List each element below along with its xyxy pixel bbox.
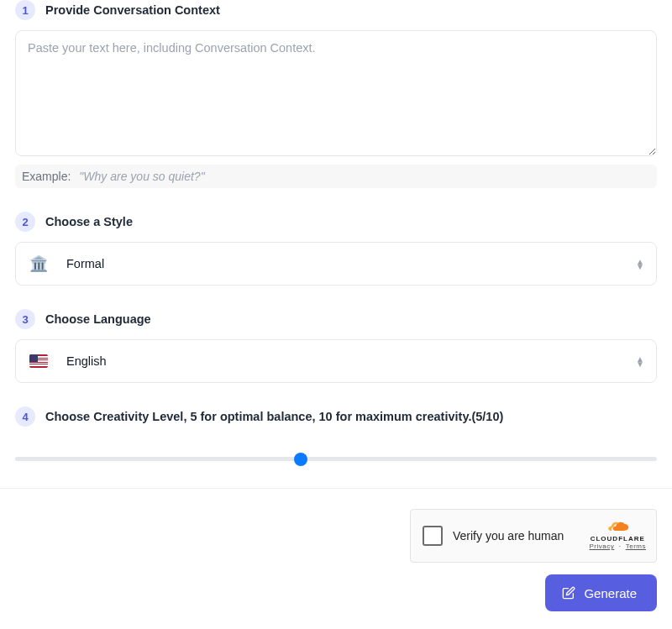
generate-label: Generate — [584, 586, 637, 600]
captcha-brand: CLOUDFLARE Privacy · Terms — [590, 522, 646, 550]
section-header: 1 Provide Conversation Context — [15, 0, 657, 20]
language-value: English — [66, 354, 107, 368]
step-badge-4: 4 — [15, 406, 35, 427]
section-title-language: Choose Language — [45, 312, 151, 326]
flag-us-icon — [29, 352, 48, 370]
captcha-label: Verify you are human — [453, 529, 580, 543]
section-creativity: 4 Choose Creativity Level, 5 for optimal… — [15, 406, 657, 464]
generate-button[interactable]: Generate — [545, 574, 657, 611]
captcha-checkbox[interactable] — [423, 526, 443, 546]
chevron-updown-icon: ▲▼ — [636, 357, 644, 366]
section-style: 2 Choose a Style 🏛️ Formal ▲▼ — [15, 212, 657, 286]
step-badge-3: 3 — [15, 309, 35, 329]
slider-track — [15, 457, 657, 461]
bank-icon: 🏛️ — [29, 254, 48, 273]
section-title-creativity: Choose Creativity Level, 5 for optimal b… — [45, 410, 503, 423]
example-label: Example: — [22, 170, 71, 183]
slider-thumb[interactable] — [294, 453, 307, 466]
captcha-links: Privacy · Terms — [590, 543, 646, 550]
captcha-widget: Verify you are human CLOUDFLARE Privacy … — [410, 509, 657, 563]
step-badge-1: 1 — [15, 0, 35, 20]
cloudflare-icon — [604, 522, 631, 533]
context-input[interactable] — [15, 30, 657, 156]
section-header: 3 Choose Language — [15, 309, 657, 329]
style-select[interactable]: 🏛️ Formal ▲▼ — [15, 242, 657, 286]
section-title-context: Provide Conversation Context — [45, 3, 220, 17]
captcha-brand-name: CLOUDFLARE — [591, 535, 645, 543]
footer-row: Verify you are human CLOUDFLARE Privacy … — [15, 509, 657, 626]
edit-icon — [562, 586, 575, 600]
section-title-style: Choose a Style — [45, 215, 133, 228]
example-row: Example: "Why are you so quiet?" — [15, 165, 657, 188]
style-value: Formal — [66, 257, 104, 270]
creativity-slider[interactable] — [15, 437, 657, 464]
slider-fill — [15, 457, 301, 461]
section-header: 2 Choose a Style — [15, 212, 657, 232]
captcha-terms-link[interactable]: Terms — [626, 543, 646, 550]
section-language: 3 Choose Language English ▲▼ — [15, 309, 657, 383]
section-context: 1 Provide Conversation Context Example: … — [15, 0, 657, 188]
example-text: "Why are you so quiet?" — [79, 170, 204, 183]
captcha-privacy-link[interactable]: Privacy — [590, 543, 615, 550]
footer-divider — [0, 488, 672, 489]
section-header: 4 Choose Creativity Level, 5 for optimal… — [15, 406, 657, 427]
step-badge-2: 2 — [15, 212, 35, 232]
language-select[interactable]: English ▲▼ — [15, 339, 657, 383]
chevron-updown-icon: ▲▼ — [636, 259, 644, 269]
